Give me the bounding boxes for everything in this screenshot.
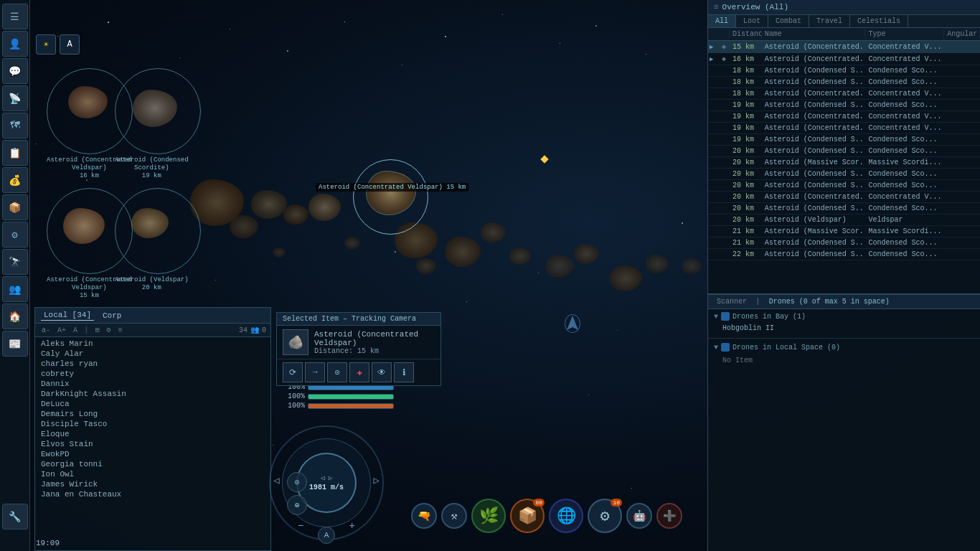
local-player-item[interactable]: Dannix bbox=[35, 379, 270, 389]
action-align[interactable]: ⊙ bbox=[327, 362, 347, 382]
quick-small-1[interactable]: 🔫 bbox=[411, 503, 437, 529]
action-approach[interactable]: → bbox=[305, 362, 325, 382]
overview-row[interactable]: 20 km Asteroid (Condensed S... Condensed… bbox=[708, 169, 980, 180]
settings-button[interactable]: 🔧 bbox=[2, 504, 28, 529]
action-info[interactable]: ℹ bbox=[394, 362, 414, 382]
home-button[interactable]: 🏠 bbox=[2, 303, 28, 329]
col-angular[interactable]: Angular W bbox=[944, 29, 980, 39]
font-reset[interactable]: A bbox=[71, 326, 80, 335]
overview-row[interactable]: ▶ ◆ 15 km Asteroid (Concentrated... Conc… bbox=[708, 41, 980, 53]
quickbar-cargo[interactable]: 📦 80 bbox=[510, 499, 545, 533]
journal-button[interactable]: 📋 bbox=[2, 140, 28, 166]
nav-plus[interactable]: + bbox=[349, 520, 355, 532]
corp-tab[interactable]: Corp bbox=[100, 311, 124, 321]
filter-btn[interactable]: ⊞ bbox=[93, 325, 102, 335]
overview-row[interactable]: 18 km Asteroid (Concentrated... Concentr… bbox=[708, 88, 980, 100]
local-player-item[interactable]: DarkKnight Assasin bbox=[35, 389, 270, 399]
local-tab[interactable]: Local [34] bbox=[41, 310, 94, 321]
overview-row[interactable]: 21 km Asteroid (Condensed S... Condensed… bbox=[708, 237, 980, 249]
nav-minus[interactable]: − bbox=[298, 520, 303, 532]
menu-button[interactable]: ☰ bbox=[2, 4, 28, 29]
overview-row[interactable]: 22 km Asteroid (Condensed S... Condensed… bbox=[708, 249, 980, 260]
overview-row[interactable]: 18 km Asteroid (Condensed S... Condensed… bbox=[708, 65, 980, 77]
scanner-tab[interactable]: Scanner bbox=[714, 297, 750, 306]
warp-btn[interactable]: ⊕ bbox=[287, 495, 307, 515]
font-increase[interactable]: A+ bbox=[55, 326, 68, 335]
local-player-item[interactable]: Elvos Stain bbox=[35, 439, 270, 449]
action-lock[interactable]: 👁 bbox=[372, 362, 392, 382]
local-player-item[interactable]: Eloque bbox=[35, 429, 270, 439]
scanner-button[interactable]: 📡 bbox=[2, 85, 28, 111]
local-player-item[interactable]: Ion Owl bbox=[35, 469, 270, 479]
col-distance[interactable]: Distance ↑ bbox=[730, 29, 762, 39]
local-player-item[interactable]: DeLuca bbox=[35, 399, 270, 409]
overview-row[interactable]: 19 km Asteroid (Condensed S... Condensed… bbox=[708, 100, 980, 111]
fitting-button[interactable]: ⚙️ bbox=[2, 222, 28, 248]
nav-left[interactable]: ◁ bbox=[273, 474, 279, 486]
drones-tab[interactable]: Drones (0 of max 5 in space) bbox=[766, 297, 892, 306]
sun-icon[interactable]: ☀ bbox=[36, 34, 56, 55]
local-player-item[interactable]: charles ryan bbox=[35, 359, 270, 369]
probe-button[interactable]: 🔭 bbox=[2, 249, 28, 275]
drone-hobgoblin[interactable]: Hobgoblin II bbox=[714, 323, 974, 334]
hull-bar bbox=[308, 403, 394, 409]
overview-tab-loot[interactable]: Loot bbox=[736, 15, 768, 27]
local-player-item[interactable]: Georgia tonni bbox=[35, 459, 270, 469]
local-player-item[interactable]: Caly Alar bbox=[35, 349, 270, 359]
overview-row[interactable]: 18 km Asteroid (Condensed S... Condensed… bbox=[708, 77, 980, 88]
quickbar-mining[interactable]: 🌿 bbox=[471, 499, 506, 533]
overview-row[interactable]: 20 km Asteroid (Veldspar) Veldspar bbox=[708, 215, 980, 226]
navigation-hud[interactable]: ◁ ▷ 1981 m/s ◁ ▷ − + A bbox=[269, 425, 384, 540]
overview-row[interactable]: ▶ ◆ 16 km Asteroid (Concentrated... Conc… bbox=[708, 53, 980, 65]
quickbar-map[interactable]: 🌐 bbox=[549, 499, 583, 533]
quickbar-settings[interactable]: ⚙ 10 bbox=[588, 499, 622, 533]
local-player-item[interactable]: Aleks Marin bbox=[35, 339, 270, 349]
overview-row[interactable]: 19 km Asteroid (Concentrated... Concentr… bbox=[708, 111, 980, 123]
overview-row[interactable]: 20 km Asteroid (Concentrated... Concentr… bbox=[708, 192, 980, 203]
overview-row[interactable]: 20 km Asteroid (Condensed S... Condensed… bbox=[708, 146, 980, 157]
local-player-item[interactable]: EwokPD bbox=[35, 449, 270, 459]
overview-row[interactable]: 20 km Asteroid (Condensed S... Condensed… bbox=[708, 180, 980, 192]
col-name[interactable]: Name bbox=[762, 29, 866, 39]
align-btn[interactable]: ⊙ bbox=[287, 472, 307, 492]
character-button[interactable]: 👤 bbox=[2, 31, 28, 57]
local-player-item[interactable]: Demairs Long bbox=[35, 409, 270, 419]
quickbar-med[interactable]: ➕ bbox=[656, 503, 682, 529]
overview-row[interactable]: 20 km Asteroid (Massive Scor... Massive … bbox=[708, 157, 980, 169]
left-sidebar: ☰ 👤 💬 📡 🗺 📋 💰 📦 ⚙️ 🔭 👥 🏠 📰 🔧 bbox=[0, 0, 30, 551]
overview-tab-all[interactable]: All bbox=[708, 15, 736, 27]
quickbar-drone[interactable]: 🤖 bbox=[626, 503, 652, 529]
asteroid-bracket-2[interactable] bbox=[115, 68, 201, 154]
chat-button[interactable]: 💬 bbox=[2, 58, 28, 84]
overview-tab-travel[interactable]: Travel bbox=[809, 15, 850, 27]
local-player-item[interactable]: Jana en Chasteaux bbox=[35, 489, 270, 499]
settings-btn-local[interactable]: ⚙ bbox=[105, 325, 113, 335]
news-button[interactable]: 📰 bbox=[2, 331, 28, 357]
local-player-item[interactable]: James Wirick bbox=[35, 479, 270, 489]
selected-item-distance: Distance: 15 km bbox=[314, 347, 435, 355]
selected-item-panel: Selected Item – Tracking Camera 🪨 Astero… bbox=[276, 312, 441, 386]
overview-tab-celestials[interactable]: Celestials bbox=[850, 15, 908, 27]
action-target[interactable]: ✚ bbox=[349, 362, 369, 382]
autopilot-btn[interactable]: A bbox=[318, 527, 335, 544]
selected-item-info: Asteroid (Concentrated Veldspar) Distanc… bbox=[314, 330, 435, 355]
overview-row[interactable]: 21 km Asteroid (Massive Scor... Massive … bbox=[708, 226, 980, 237]
font-decrease[interactable]: a- bbox=[39, 326, 52, 335]
col-type[interactable]: Type bbox=[865, 29, 944, 39]
inventory-button[interactable]: 📦 bbox=[2, 194, 28, 220]
overview-row[interactable]: 19 km Asteroid (Condensed S... Condensed… bbox=[708, 134, 980, 146]
local-player-item[interactable]: cobrety bbox=[35, 369, 270, 379]
fleet-button[interactable]: 👥 bbox=[2, 276, 28, 302]
action-orbit[interactable]: ⟳ bbox=[283, 362, 303, 382]
nav-right[interactable]: ▷ bbox=[374, 474, 380, 486]
more-btn[interactable]: ≡ bbox=[116, 326, 125, 335]
overview-row[interactable]: 19 km Asteroid (Concentrated... Concentr… bbox=[708, 123, 980, 134]
local-player-item[interactable]: Disciple Tasco bbox=[35, 419, 270, 429]
wallet-button[interactable]: 💰 bbox=[2, 167, 28, 193]
asteroid-bracket-4[interactable] bbox=[115, 188, 201, 274]
overview-row[interactable]: 20 km Asteroid (Condensed S... Condensed… bbox=[708, 203, 980, 215]
auto-icon[interactable]: A bbox=[60, 34, 80, 55]
quick-small-2[interactable]: ⚒ bbox=[441, 503, 467, 529]
map-button[interactable]: 🗺 bbox=[2, 113, 28, 138]
overview-tab-combat[interactable]: Combat bbox=[768, 15, 809, 27]
